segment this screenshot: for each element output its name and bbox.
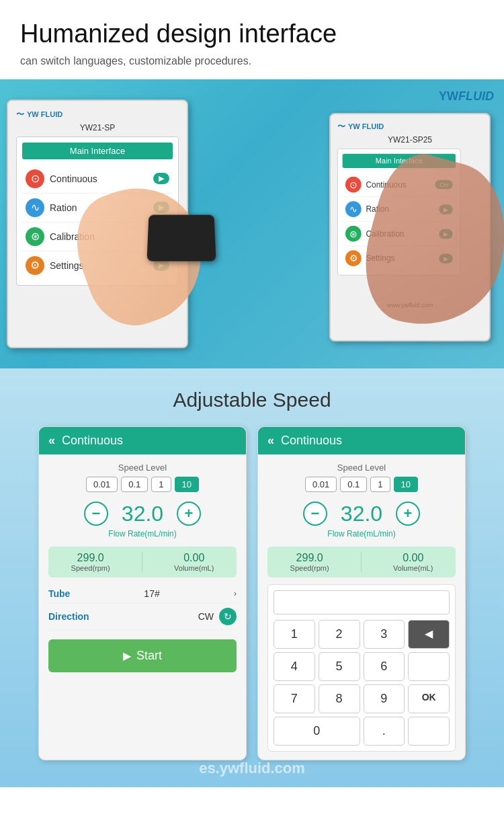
control-panel-right: « Continuous Speed Level 0.01 0.1 1 10 −… [257,426,466,760]
tube-value: 17# [144,588,159,599]
speed-btn-01-right[interactable]: 0.1 [340,477,367,492]
speed-rpm-label-right: Speed(rpm) [290,564,329,572]
volume-label-left: Volume(mL) [174,564,214,572]
calibration-icon-r: ⊛ [345,225,362,241]
continuous-btn[interactable]: ▶ [153,173,169,184]
plus-btn-right[interactable]: + [396,502,420,526]
flow-value-right: 32.0 [338,502,385,526]
volume-label-right: Volume(mL) [393,564,433,572]
plus-btn-left[interactable]: + [177,502,201,526]
volume-value-left: 0.00 [174,552,214,564]
numpad-key-7[interactable]: 7 [274,684,315,713]
numpad-key-5[interactable]: 5 [319,652,360,681]
speed-btn-001-left[interactable]: 0.01 [86,477,118,492]
yw-fluid-text: YWFLUID [439,89,494,103]
direction-controls: CW ↻ [198,608,237,625]
ration-icon-r: ∿ [345,201,362,217]
start-label-left: Start [136,649,162,663]
calibration-icon: ⊛ [26,227,44,246]
start-button-left[interactable]: ▶ Start [48,639,237,672]
settings-icon-r: ⚙ [345,250,362,266]
numpad-key-4[interactable]: 4 [274,652,315,681]
tube-arrow[interactable]: › [234,588,237,598]
speed-rpm-value-left: 299.0 [71,552,110,564]
device-model-right: YW21-SP25 [337,135,482,145]
numpad-key-9[interactable]: 9 [364,684,405,713]
numpad-key-3[interactable]: 3 [364,620,405,649]
sv-divider-right [361,552,362,572]
brand-logo-right: 〜 YW FLUID [337,121,482,132]
speed-buttons-right: 0.01 0.1 1 10 [267,477,456,492]
speed-buttons-left: 0.01 0.1 1 10 [48,477,237,492]
speed-volume-row-right: 299.0 Speed(rpm) 0.00 Volume(mL) [267,547,456,577]
speed-rpm-value-right: 299.0 [290,552,329,564]
flow-rate-label-right: Flow Rate(mL/min) [267,529,456,539]
panel-body-right: Speed Level 0.01 0.1 1 10 − 32.0 + Flo [258,454,465,760]
panel-body-left: Speed Level 0.01 0.1 1 10 − 32.0 + Flo [39,454,246,680]
numpad-key-empty2 [408,717,450,746]
foot-pedal [146,214,216,261]
continuous-icon: ⊙ [26,169,44,188]
sv-divider-left [142,552,142,572]
direction-row: Direction CW ↻ [48,604,237,630]
minus-btn-left[interactable]: − [84,502,108,526]
settings-icon: ⚙ [26,256,44,275]
speed-btn-10-right[interactable]: 10 [394,477,418,492]
back-arrow-left[interactable]: « [48,434,55,448]
speed-item-right: 299.0 Speed(rpm) [290,552,329,572]
numpad-key-0[interactable]: 0 [274,717,360,746]
photo-section: 〜 YW FLUID YW21-SP Main Interface ⊙ Cont… [0,79,504,368]
numpad-display [274,590,450,614]
tube-label: Tube [48,588,70,599]
screen-title-left: Main Interface [22,143,173,159]
volume-value-right: 0.00 [393,552,433,564]
numpad-key-2[interactable]: 2 [319,620,360,649]
speed-btn-1-left[interactable]: 1 [151,477,171,492]
continuous-icon-r: ⊙ [345,176,362,192]
wave-icon-right: 〜 [337,121,345,132]
play-icon-left: ▶ [123,649,131,662]
numpad-key-1[interactable]: 1 [274,620,315,649]
back-arrow-right[interactable]: « [267,434,274,448]
speed-level-label-left: Speed Level [48,463,237,473]
panel-header-right: « Continuous [258,427,465,454]
panels-row: « Continuous Speed Level 0.01 0.1 1 10 −… [13,426,491,760]
panel-header-left: « Continuous [39,427,246,454]
brand-logo-left: 〜 YW FLUID [16,109,179,120]
flow-rate-label-left: Flow Rate(mL/min) [48,529,237,539]
speed-section: Adjustable Speed « Continuous Speed Leve… [0,368,504,787]
continuous-label: Continuous [50,173,148,184]
numpad-grid: 1 2 3 ◀ 4 5 6 7 8 9 OK 0 . [274,620,450,746]
device-model-left: YW21-SP [16,123,179,132]
speed-btn-10-left[interactable]: 10 [175,477,199,492]
numpad-key-dot[interactable]: . [364,717,405,746]
speed-btn-01-left[interactable]: 0.1 [121,477,148,492]
numpad: 1 2 3 ◀ 4 5 6 7 8 9 OK 0 . [267,584,456,752]
rotate-btn[interactable]: ↻ [219,608,237,625]
speed-title: Adjustable Speed [13,389,491,411]
numpad-key-8[interactable]: 8 [319,684,360,713]
numpad-key-6[interactable]: 6 [364,652,405,681]
yw-logo-photo: YWFLUID [439,89,494,104]
header-section: Humanized design interface can switch la… [0,0,504,79]
flow-control-right: − 32.0 + [267,502,456,526]
panel-title-left: Continuous [62,434,123,448]
speed-item-left: 299.0 Speed(rpm) [71,552,110,572]
watermark: es.ywfluid.com [199,760,305,777]
minus-btn-right[interactable]: − [303,502,327,526]
wave-icon-left: 〜 [16,109,24,120]
speed-btn-1-right[interactable]: 1 [370,477,390,492]
speed-volume-row-left: 299.0 Speed(rpm) 0.00 Volume(mL) [48,547,237,577]
numpad-backspace[interactable]: ◀ [408,620,450,649]
tube-row: Tube 17# › [48,584,237,604]
flow-control-left: − 32.0 + [48,502,237,526]
volume-item-left: 0.00 Volume(mL) [174,552,214,572]
speed-level-label-right: Speed Level [267,463,456,473]
control-panel-left: « Continuous Speed Level 0.01 0.1 1 10 −… [38,426,247,760]
speed-btn-001-right[interactable]: 0.01 [305,477,337,492]
speed-rpm-label-left: Speed(rpm) [71,564,110,572]
numpad-ok[interactable]: OK [408,684,450,713]
main-subtitle: can switch languages, customizable proce… [20,55,484,67]
panel-title-right: Continuous [281,434,342,448]
flow-value-left: 32.0 [119,502,166,526]
